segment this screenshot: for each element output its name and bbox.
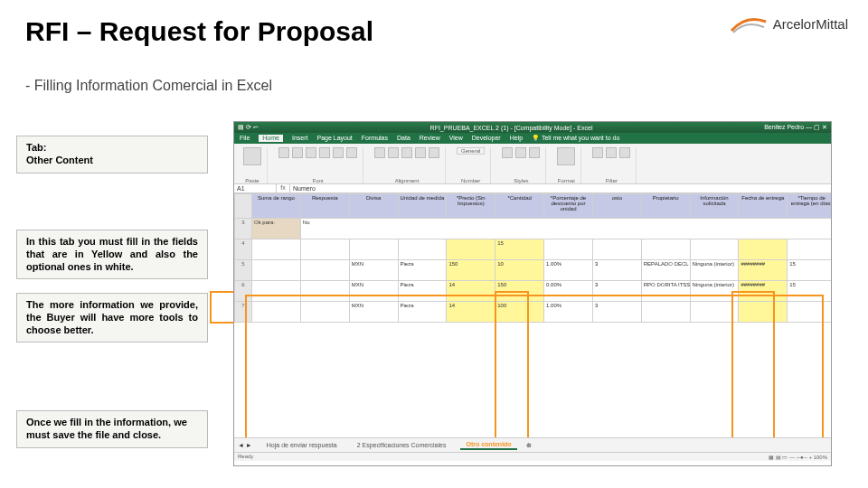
table-row: 6 MXN Pieza 14 150 0.00% 3 RPO DORITA IT… — [235, 281, 832, 302]
cell-precio[interactable] — [447, 239, 495, 260]
ribbon-tab-help[interactable]: Help — [510, 135, 523, 142]
italic-icon[interactable] — [292, 147, 303, 158]
group-label-styles: Styles — [514, 178, 528, 183]
zoom-slider[interactable]: ─●─ + — [797, 455, 814, 460]
ribbon-group-cells: Format — [552, 147, 581, 183]
cell-precio[interactable]: 14 — [447, 302, 495, 323]
ribbon-group-font: Font — [273, 147, 363, 183]
paste-icon[interactable] — [243, 147, 261, 165]
cell[interactable]: Pieza — [398, 281, 447, 302]
worksheet-area[interactable]: Suma de rango Respuesta Divisa Unidad de… — [234, 193, 831, 437]
cell-cant[interactable]: 100 — [495, 302, 544, 323]
cell[interactable]: Ninguna (interior) — [690, 260, 739, 281]
cell[interactable]: 1.00% — [544, 302, 593, 323]
ribbon-tab-formulas[interactable]: Formulas — [362, 135, 388, 142]
conditional-format-icon[interactable] — [502, 147, 513, 158]
brand-name: ArcelorMittal — [773, 16, 848, 32]
cell[interactable]: 3 — [592, 260, 641, 281]
view-page-icon[interactable]: ▤ — [776, 455, 781, 460]
ribbon-tab-view[interactable]: View — [449, 135, 463, 142]
ok-para-row: 3 Ok para: No — [235, 219, 832, 239]
ribbon-tab-insert[interactable]: Insert — [292, 135, 308, 142]
view-normal-icon[interactable]: ▦ — [769, 455, 774, 460]
group-label-number: Number — [461, 178, 480, 183]
view-break-icon[interactable]: ▭ — [782, 455, 788, 460]
cell-fecha[interactable]: ######## — [739, 260, 788, 281]
number-format-dropdown[interactable]: General — [457, 147, 485, 155]
cell[interactable]: MXN — [349, 302, 398, 323]
cell[interactable]: 3 — [592, 281, 641, 302]
cell[interactable]: 15 — [788, 281, 831, 302]
sort-filter-icon[interactable] — [619, 147, 630, 158]
page-title: RFI – Request for Proposal — [25, 16, 373, 47]
ribbon-tab-pagelayout[interactable]: Page Layout — [316, 135, 352, 142]
worksheet-grid: Suma de rango Respuesta Divisa Unidad de… — [234, 193, 831, 323]
cell[interactable]: Pieza — [398, 302, 447, 323]
cell-cant[interactable]: 15 — [495, 239, 544, 260]
align-right-icon[interactable] — [401, 147, 412, 158]
ribbon-tab-review[interactable]: Review — [420, 135, 440, 142]
underline-icon[interactable] — [306, 147, 316, 158]
cell[interactable]: 0.00% — [544, 281, 593, 302]
cell[interactable]: MXN — [349, 281, 398, 302]
cell-precio[interactable]: 14 — [447, 281, 495, 302]
arcelormittal-swoosh-icon — [730, 13, 768, 34]
cell-fecha[interactable] — [739, 302, 788, 323]
cell-fecha[interactable] — [739, 239, 788, 260]
fill-color-icon[interactable] — [333, 147, 344, 158]
align-left-icon[interactable] — [374, 147, 385, 158]
ribbon-tab-file[interactable]: File — [240, 135, 250, 142]
cell-cant[interactable]: 150 — [495, 281, 544, 302]
cell[interactable]: REPALADO DECL TERPALAR MOD. T156 BL 55.8… — [641, 260, 690, 281]
sheet-tab-active[interactable]: Otro contenido — [460, 440, 516, 450]
status-ready: Ready — [238, 454, 253, 460]
window-controls: Benitez Pedro — ▢ ✕ — [764, 124, 827, 131]
ribbon-group-editing: Filter — [587, 147, 637, 183]
border-icon[interactable] — [319, 147, 330, 158]
col-header: Propietario — [641, 194, 690, 219]
ribbon-tab-home[interactable]: Home — [259, 135, 283, 142]
sheet-tab[interactable]: Hoja de enviar respuesta — [261, 441, 343, 449]
format-table-icon[interactable] — [515, 147, 526, 158]
ribbon-tab-data[interactable]: Data — [397, 135, 410, 142]
filter-label: Filter — [606, 178, 618, 183]
header-row: Suma de rango Respuesta Divisa Unidad de… — [235, 194, 832, 219]
cell-styles-icon[interactable] — [529, 147, 540, 158]
cell[interactable]: 3 — [592, 302, 641, 323]
ribbon-group-styles: Styles — [496, 147, 546, 183]
format-label: Format — [558, 178, 575, 183]
cell[interactable]: No — [300, 219, 831, 239]
align-center-icon[interactable] — [388, 147, 399, 158]
ribbon-group-number: General Number — [451, 147, 491, 183]
tab-callout: Tab: Other Content — [16, 136, 208, 174]
group-label-font: Font — [312, 178, 323, 183]
ribbon-group-alignment: Alignment — [369, 147, 446, 183]
cell[interactable]: Ok para: — [252, 219, 301, 239]
new-sheet-icon[interactable]: ⊕ — [526, 442, 532, 449]
sheet-tab[interactable]: 2 Especificaciones Comerciales — [352, 441, 452, 449]
merge-icon[interactable] — [429, 147, 439, 158]
cell-precio[interactable]: 150 — [447, 260, 495, 281]
table-row: 7 MXN Pieza 14 100 1.00% 3 — [235, 302, 832, 323]
ribbon-tab-developer[interactable]: Developer — [472, 135, 501, 142]
font-color-icon[interactable] — [346, 147, 357, 158]
cell-fecha[interactable]: ######## — [739, 281, 788, 302]
col-header: Fecha de entrega — [739, 194, 788, 219]
format-icon[interactable] — [557, 147, 575, 165]
cell[interactable]: 1.00% — [544, 260, 593, 281]
wrap-text-icon[interactable] — [415, 147, 426, 158]
sheet-nav-icon[interactable]: ◄ ► — [238, 442, 252, 448]
cell[interactable]: Ninguna (interior) — [690, 281, 739, 302]
cell[interactable]: RPO DORITA ITSSDLR TRANSMISION DE CAMIÓN… — [641, 281, 690, 302]
col-header: *Cantidad — [495, 194, 544, 219]
paste-label: Paste — [245, 178, 259, 183]
tell-me-search[interactable]: 💡 Tell me what you want to do — [532, 135, 619, 142]
cell-cant[interactable]: 10 — [495, 260, 544, 281]
cell[interactable]: 15 — [788, 260, 831, 281]
bold-icon[interactable] — [278, 147, 289, 158]
autosum-icon[interactable] — [592, 147, 603, 158]
fill-icon[interactable] — [606, 147, 617, 158]
cell[interactable]: MXN — [349, 260, 398, 281]
cell[interactable]: Pieza — [398, 260, 447, 281]
table-row: 5 MXN Pieza 150 10 1.00% 3 REPALADO DECL… — [235, 260, 832, 281]
